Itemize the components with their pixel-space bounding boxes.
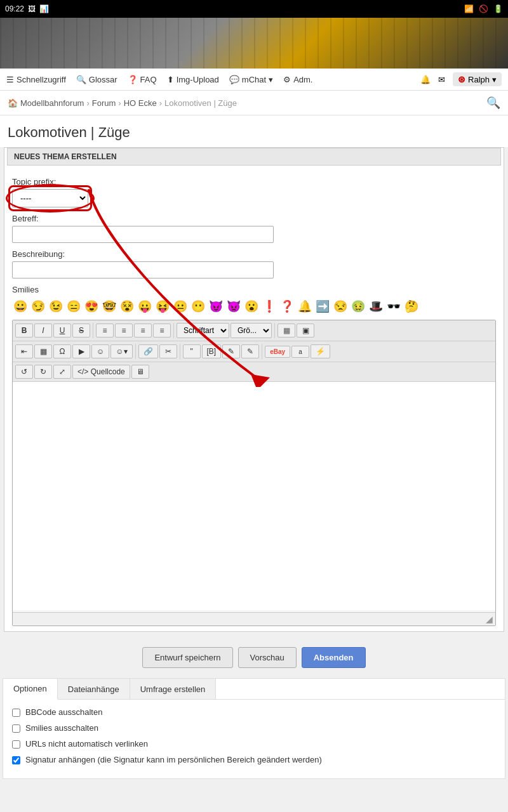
search-icon[interactable]: 🔍 bbox=[486, 96, 500, 110]
smiley-14[interactable]: 😮 bbox=[243, 298, 260, 315]
status-bar: 09:22 🖼 📊 📶 🚫 🔋 bbox=[0, 0, 508, 18]
smiley-17[interactable]: 🔔 bbox=[297, 298, 313, 315]
smiley-13[interactable]: 👿 bbox=[225, 298, 242, 315]
image-button[interactable]: ▣ bbox=[297, 324, 314, 337]
smiley-20[interactable]: 🤢 bbox=[350, 298, 366, 315]
betreff-input[interactable] bbox=[12, 226, 274, 243]
faq-link[interactable]: ❓ FAQ bbox=[128, 75, 157, 84]
entwurf-button[interactable]: Entwurf speichern bbox=[142, 647, 232, 668]
smiley-22[interactable]: 🕶️ bbox=[385, 298, 402, 315]
unlink-button[interactable]: ✂ bbox=[159, 344, 177, 358]
topic-prefix-wrapper: ---- bbox=[12, 189, 88, 207]
source-icon: </> bbox=[77, 367, 88, 376]
divider-6 bbox=[262, 344, 262, 359]
smiley-16[interactable]: ❓ bbox=[279, 298, 295, 315]
breadcrumb-forum[interactable]: Forum bbox=[92, 98, 116, 108]
flash-button[interactable]: ⚡ bbox=[311, 344, 330, 358]
editor-textarea[interactable] bbox=[13, 382, 495, 610]
smilies-label-opt: Smilies ausschalten bbox=[25, 723, 98, 733]
tab-dateianhange[interactable]: Dateianhänge bbox=[58, 679, 130, 699]
indent-button[interactable]: ⇤ bbox=[15, 344, 33, 358]
bbcode-checkbox[interactable] bbox=[12, 709, 20, 717]
mchat-link[interactable]: 💬 mChat ▾ bbox=[229, 75, 273, 84]
top-nav: ☰ Schnellzugriff 🔍 Glossar ❓ FAQ ⬆ Img-U… bbox=[0, 69, 508, 91]
source-button[interactable]: </> Quellcode bbox=[72, 365, 130, 379]
divider-3 bbox=[274, 323, 275, 338]
bbcode-button[interactable]: [B] bbox=[202, 344, 222, 358]
absenden-button[interactable]: Absenden bbox=[302, 647, 366, 668]
vorschau-button[interactable]: Vorschau bbox=[238, 647, 297, 668]
smiley-18[interactable]: ➡️ bbox=[314, 298, 331, 315]
breadcrumb-sep1: › bbox=[86, 98, 89, 108]
user-dropdown-icon: ▾ bbox=[492, 75, 497, 84]
user-badge[interactable]: ⊛ Ralph ▾ bbox=[453, 72, 502, 86]
topic-prefix-select[interactable]: ---- bbox=[12, 189, 88, 207]
smiley-5[interactable]: 😍 bbox=[83, 298, 100, 315]
breadcrumb-ho[interactable]: HO Ecke bbox=[124, 98, 157, 108]
size-select[interactable]: Grö... bbox=[231, 323, 272, 338]
breadcrumb: 🏠 Modellbahnforum › Forum › HO Ecke › Lo… bbox=[0, 91, 508, 115]
edit1-button[interactable]: ✎ bbox=[222, 344, 240, 358]
italic-button[interactable]: I bbox=[34, 324, 52, 337]
divider-4 bbox=[135, 344, 136, 359]
monitor-button[interactable]: 🖥 bbox=[131, 365, 149, 379]
smiley-button[interactable]: ☺ bbox=[91, 344, 109, 358]
smiley-6[interactable]: 🤓 bbox=[101, 298, 117, 315]
omega-button[interactable]: Ω bbox=[53, 344, 71, 358]
breadcrumb-current: Lokomotiven | Züge bbox=[164, 98, 237, 108]
smiley-4[interactable]: 😑 bbox=[65, 298, 82, 315]
smiley-10[interactable]: 😐 bbox=[172, 298, 189, 315]
align-center-button[interactable]: ≡ bbox=[115, 324, 133, 337]
smiley-8[interactable]: 😛 bbox=[137, 298, 153, 315]
redo-button[interactable]: ↻ bbox=[34, 365, 52, 379]
smiley2-button[interactable]: ☺▾ bbox=[110, 344, 132, 358]
ebay-button[interactable]: eBay bbox=[265, 346, 290, 358]
smiley-12[interactable]: 😈 bbox=[208, 298, 224, 315]
align-left-button[interactable]: ≡ bbox=[96, 324, 114, 337]
breadcrumb-home[interactable]: Modellbahnforum bbox=[20, 98, 84, 108]
smiley-19[interactable]: 😒 bbox=[332, 298, 349, 315]
beschreibung-input[interactable] bbox=[12, 261, 274, 278]
urls-checkbox[interactable] bbox=[12, 740, 20, 749]
schnellzugriff-link[interactable]: ☰ Schnellzugriff bbox=[6, 75, 66, 84]
message-icon[interactable]: ✉ bbox=[438, 75, 445, 84]
video-button[interactable]: ▶ bbox=[72, 344, 90, 358]
align-justify-button[interactable]: ≡ bbox=[153, 324, 171, 337]
font-select[interactable]: Schriftart bbox=[177, 323, 229, 338]
table-button[interactable]: ▦ bbox=[34, 344, 52, 358]
smiley-11[interactable]: 😶 bbox=[190, 298, 206, 315]
smiley-7[interactable]: 😵 bbox=[119, 298, 135, 315]
adm-icon: ⚙ bbox=[283, 75, 291, 84]
color-button[interactable]: ▦ bbox=[277, 324, 295, 337]
tab-umfrage[interactable]: Umfrage erstellen bbox=[130, 679, 217, 699]
smilies-checkbox[interactable] bbox=[12, 724, 20, 733]
underline-button[interactable]: U bbox=[53, 324, 71, 337]
breadcrumb-items: 🏠 Modellbahnforum › Forum › HO Ecke › Lo… bbox=[8, 98, 237, 108]
align-right-button[interactable]: ≡ bbox=[134, 324, 152, 337]
chat-icon: 💬 bbox=[229, 75, 239, 84]
smiley-15[interactable]: ❗ bbox=[261, 298, 277, 315]
amazon-button[interactable]: a bbox=[291, 346, 309, 358]
strike-button[interactable]: S bbox=[72, 324, 90, 337]
smiley-3[interactable]: 😉 bbox=[48, 298, 64, 315]
glossar-link[interactable]: 🔍 Glossar bbox=[76, 75, 117, 84]
smiley-23[interactable]: 🤔 bbox=[403, 298, 420, 315]
smiley-9[interactable]: 😝 bbox=[154, 298, 171, 315]
notification-icon[interactable]: 🔔 bbox=[420, 75, 431, 84]
expand-button[interactable]: ⤢ bbox=[53, 365, 71, 379]
bold-button[interactable]: B bbox=[15, 324, 33, 337]
tab-optionen[interactable]: Optionen bbox=[3, 679, 58, 700]
smiley-21[interactable]: 🎩 bbox=[368, 298, 384, 315]
adm-link[interactable]: ⚙ Adm. bbox=[283, 75, 312, 84]
signatur-checkbox[interactable] bbox=[12, 756, 20, 764]
action-buttons: Entwurf speichern Vorschau Absenden bbox=[0, 637, 508, 678]
quote-button[interactable]: " bbox=[183, 344, 201, 358]
undo-button[interactable]: ↺ bbox=[15, 365, 33, 379]
bbcode-label: BBCode ausschalten bbox=[25, 707, 102, 717]
smiley-2[interactable]: 😏 bbox=[30, 298, 46, 315]
breadcrumb-sep2: › bbox=[118, 98, 121, 108]
smiley-1[interactable]: 😀 bbox=[12, 298, 29, 315]
edit2-button[interactable]: ✎ bbox=[241, 344, 259, 358]
link-button[interactable]: 🔗 bbox=[138, 344, 158, 358]
img-upload-link[interactable]: ⬆ Img-Upload bbox=[167, 75, 219, 84]
